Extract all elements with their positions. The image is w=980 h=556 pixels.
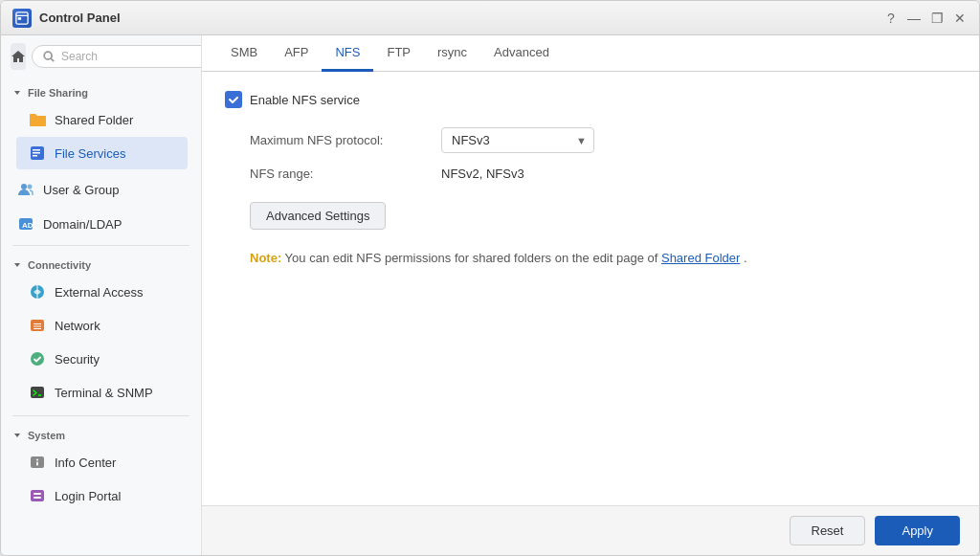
file-sharing-header[interactable]: File Sharing — [12, 83, 191, 102]
app-icon — [12, 9, 32, 28]
help-button[interactable]: ? — [883, 11, 899, 26]
sidebar-top — [1, 35, 201, 78]
shared-folder-link[interactable]: Shared Folder — [661, 251, 740, 265]
domain-icon: AD — [16, 214, 35, 234]
advanced-settings-row: Advanced Settings — [225, 194, 956, 230]
svg-rect-2 — [18, 17, 22, 20]
sidebar-item-external-access[interactable]: External Access — [16, 276, 188, 308]
tab-rsync[interactable]: rsync — [424, 35, 480, 72]
window-controls: ? — ❐ ✕ — [883, 11, 968, 26]
svg-rect-8 — [33, 155, 37, 157]
user-group-label: User & Group — [43, 183, 119, 197]
max-protocol-label: Maximum NFS protocol: — [250, 133, 441, 147]
sidebar-item-user-group[interactable]: User & Group — [5, 173, 197, 206]
svg-rect-27 — [33, 497, 41, 499]
sidebar-item-domain-ldap[interactable]: AD Domain/LDAP — [5, 208, 197, 240]
svg-rect-25 — [31, 490, 44, 501]
svg-rect-18 — [33, 328, 41, 329]
system-header[interactable]: System — [12, 426, 191, 445]
security-svg — [29, 351, 46, 367]
sidebar-item-terminal-snmp[interactable]: Terminal & SNMP — [16, 376, 188, 409]
control-panel-window: Control Panel ? — ❐ ✕ — [0, 0, 980, 556]
search-input[interactable] — [61, 50, 202, 63]
svg-point-23 — [36, 459, 38, 461]
titlebar: Control Panel ? — ❐ ✕ — [1, 1, 979, 35]
sidebar-item-shared-folder[interactable]: Shared Folder — [16, 103, 188, 136]
connectivity-header[interactable]: Connectivity — [12, 256, 191, 275]
sidebar: File Sharing Shared Folder — [1, 35, 202, 555]
apply-button[interactable]: Apply — [875, 516, 960, 545]
main-layout: File Sharing Shared Folder — [1, 35, 979, 555]
tab-advanced[interactable]: Advanced — [480, 35, 563, 72]
svg-rect-26 — [33, 493, 41, 495]
external-access-label: External Access — [55, 285, 144, 300]
enable-nfs-label: Enable NFS service — [250, 93, 360, 107]
nfs-range-label: NFS range: — [250, 167, 441, 181]
file-sharing-label: File Sharing — [28, 87, 88, 99]
file-services-svg — [29, 145, 46, 161]
protocol-select[interactable]: NFSv3 NFSv4 — [441, 127, 594, 153]
nfs-range-value: NFSv2, NFSv3 — [441, 167, 524, 181]
network-svg — [29, 318, 46, 333]
svg-point-10 — [28, 185, 33, 189]
divider-1 — [12, 245, 189, 246]
home-button[interactable] — [11, 43, 26, 70]
svg-rect-7 — [33, 152, 40, 154]
search-box — [32, 45, 202, 68]
network-icon — [28, 316, 47, 335]
connectivity-label: Connectivity — [28, 259, 91, 271]
tab-bar: SMB AFP NFS FTP rsync Advanced — [202, 35, 979, 72]
sidebar-item-file-services[interactable]: File Services — [16, 137, 188, 169]
svg-rect-16 — [33, 323, 41, 324]
shared-folder-label: Shared Folder — [55, 113, 133, 127]
protocol-select-wrap: NFSv3 NFSv4 ▼ — [441, 127, 594, 153]
tab-nfs[interactable]: NFS — [322, 35, 373, 72]
advanced-settings-button[interactable]: Advanced Settings — [250, 202, 386, 230]
maximize-button[interactable]: ❐ — [929, 11, 945, 26]
security-icon — [28, 349, 47, 368]
connectivity-section: Connectivity External Access — [1, 250, 201, 411]
domain-svg: AD — [17, 216, 34, 232]
external-svg — [29, 284, 46, 300]
info-svg — [29, 455, 46, 470]
chevron-down-icon-2 — [12, 260, 22, 270]
tab-afp[interactable]: AFP — [271, 35, 322, 72]
chevron-down-icon-3 — [12, 431, 22, 440]
max-protocol-row: Maximum NFS protocol: NFSv3 NFSv4 ▼ — [225, 127, 956, 153]
tab-smb[interactable]: SMB — [217, 35, 271, 72]
sidebar-item-info-center[interactable]: Info Center — [16, 446, 188, 478]
external-access-icon — [28, 282, 47, 301]
login-portal-label: Login Portal — [55, 489, 121, 503]
file-services-label: File Services — [55, 146, 125, 161]
minimize-button[interactable]: — — [906, 11, 922, 26]
window-title: Control Panel — [39, 11, 883, 25]
tab-ftp[interactable]: FTP — [373, 35, 424, 72]
checkbox-checked-icon — [225, 91, 242, 108]
terminal-svg — [29, 385, 46, 400]
network-label: Network — [55, 319, 100, 333]
svg-point-19 — [31, 352, 44, 366]
system-section: System Info Center — [1, 420, 201, 515]
sidebar-item-security[interactable]: Security — [16, 343, 188, 375]
content-area: SMB AFP NFS FTP rsync Advanced Enable NF… — [202, 35, 979, 555]
info-center-label: Info Center — [55, 456, 116, 470]
close-button[interactable]: ✕ — [952, 11, 968, 26]
sidebar-item-login-portal[interactable]: Login Portal — [16, 479, 188, 512]
note-row: Note: You can edit NFS permissions for s… — [250, 249, 956, 268]
user-group-icon — [16, 180, 35, 199]
sidebar-item-network[interactable]: Network — [16, 309, 188, 342]
svg-rect-17 — [33, 326, 41, 327]
folder-svg — [29, 112, 46, 127]
svg-point-3 — [44, 52, 52, 59]
svg-rect-6 — [33, 149, 40, 151]
terminal-snmp-label: Terminal & SNMP — [55, 386, 153, 400]
nfs-range-row: NFS range: NFSv2, NFSv3 — [225, 167, 956, 181]
svg-rect-24 — [36, 462, 38, 466]
note-text: You can edit NFS permissions for shared … — [285, 251, 661, 265]
note-label: Note: — [250, 251, 281, 265]
security-label: Security — [55, 352, 100, 367]
portal-icon — [28, 486, 47, 505]
reset-button[interactable]: Reset — [790, 516, 866, 545]
system-label: System — [28, 430, 65, 441]
folder-icon — [28, 110, 47, 129]
